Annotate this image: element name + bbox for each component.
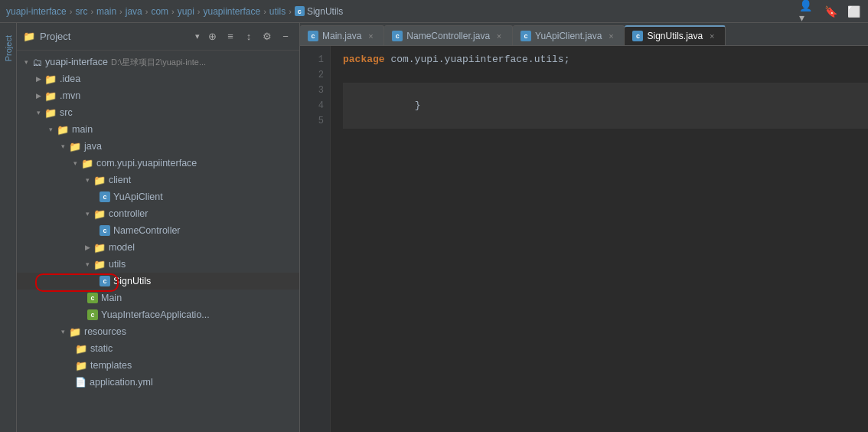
close-sidebar-icon[interactable]: − [278,29,293,44]
breadcrumb-utils[interactable]: utils [269,6,286,17]
arrow-icon: ▾ [20,56,32,68]
tree-item-src[interactable]: ▾ 📁 src [17,104,299,121]
class-icon: c [100,225,110,236]
tree-label-resources: resources [84,326,126,337]
tree-item-mvn[interactable]: ▶ 📁 .mvn [17,87,299,104]
tree-label-src: src [60,107,73,118]
arrow-icon [69,342,75,355]
tree-item-application[interactable]: c YuapInterfaceApplicatio... [17,306,299,323]
project-vertical-tab[interactable]: Project [1,29,16,67]
breadcrumb-project[interactable]: yuapi-interface [6,6,67,17]
tree-item-utils[interactable]: ▾ 📁 utils [17,256,299,273]
tree-item-model[interactable]: ▶ 📁 model [17,239,299,256]
tree-item-main-class[interactable]: c Main [17,290,299,306]
class-icon: c [520,31,531,41]
tab-yuapiclient-java[interactable]: c YuApiClient.java × [513,25,625,45]
spring-class-icon: c [87,309,98,320]
arrow-icon [81,292,87,304]
folder-icon: 📁 [93,175,106,186]
left-tab: Project [0,23,17,432]
breadcrumb-main[interactable]: main [96,6,116,17]
tab-signutils-java[interactable]: c SignUtils.java × [625,25,726,45]
arrow-icon [69,359,75,371]
arrow-icon: ▾ [69,157,81,169]
tree-item-namecontroller[interactable]: c NameController [17,222,299,239]
tree-item-resources[interactable]: ▾ 📁 resources [17,323,299,340]
tree-item-static[interactable]: 📁 static [17,340,299,357]
sidebar-header: 📁 Project ▾ ⊕ ≡ ↕ ⚙ − [17,23,299,51]
line-numbers: 1 2 3 4 5 [300,46,331,432]
tab-label-signutils: SignUtils.java [647,31,703,41]
arrow-icon [93,191,100,203]
tree-item-java[interactable]: ▾ 📁 java [17,138,299,155]
arrow-icon: ▾ [81,208,93,220]
account-icon[interactable]: 👤▾ [799,3,816,20]
tab-close-yuapiclient[interactable]: × [605,31,616,41]
tab-label-main: Main.java [322,31,361,41]
main-layout: Project 📁 Project ▾ ⊕ ≡ ↕ ⚙ − ▾ 🗂 yuapi-… [0,23,868,432]
settings-icon[interactable]: ⚙ [259,29,275,44]
tree-item-idea[interactable]: ▶ 📁 .idea [17,70,299,87]
line-num-1: 1 [300,52,324,67]
tree-label-project: yuapi-interface [45,57,108,67]
tab-label-namecontroller: NameController.java [406,31,490,41]
tree-label-controller: controller [109,208,148,219]
tree-label-package: com.yupi.yuapiinterface [96,158,197,169]
brace-close: } [415,100,421,111]
add-icon[interactable]: ⊕ [204,29,220,44]
title-bar: yuapi-interface › src › main › java › co… [0,0,868,23]
editor-area: c Main.java × c NameController.java × c … [300,23,868,432]
line-num-5: 5 [300,113,324,129]
expand-icon[interactable]: ↕ [241,29,256,44]
arrow-icon: ▾ [44,123,57,136]
code-content[interactable]: package com.yupi.yuapiinterface.utils; p… [331,46,868,432]
code-line-4: } [343,98,868,113]
tab-main-java[interactable]: c Main.java × [300,25,384,45]
tree-item-package[interactable]: ▾ 📁 com.yupi.yuapiinterface [17,155,299,172]
tree-item-templates[interactable]: 📁 templates [17,357,299,374]
class-icon: c [100,276,110,286]
tree-label-main: main [72,124,93,135]
folder-icon: 📁 [69,141,81,152]
sidebar-dropdown-arrow[interactable]: ▾ [195,31,200,41]
folder-icon: 📁 [93,259,106,270]
arrow-svg [331,146,346,237]
arrow-icon: ▶ [32,90,44,102]
breadcrumb-yupi[interactable]: yupi [178,6,194,17]
tree-path-hint: D:\星球项目2\yuapi-inte... [111,57,206,68]
folder-icon: 📁 [57,124,69,136]
tab-close-main[interactable]: × [365,31,376,41]
breadcrumb-java[interactable]: java [126,6,142,17]
tree-item-application-yml[interactable]: 📄 application.yml [17,374,299,391]
tree-label-utils: utils [109,259,126,270]
folder-icon: 📁 [44,107,57,119]
tree-item-yuapi-interface[interactable]: ▾ 🗂 yuapi-interface D:\星球项目2\yuapi-inte.… [17,54,299,70]
keyword-package: package [343,52,385,67]
breadcrumb-yuapiinterface[interactable]: yuapiinterface [203,6,260,17]
tab-close-signutils[interactable]: × [706,31,717,41]
tab-namecontroller-java[interactable]: c NameController.java × [384,25,513,45]
tree-item-client[interactable]: ▾ 📁 client [17,172,299,188]
tree-item-yuapiclient[interactable]: c YuApiClient [17,188,299,205]
project-tree: ▾ 🗂 yuapi-interface D:\星球项目2\yuapi-inte.… [17,51,299,432]
tabs-bar: c Main.java × c NameController.java × c … [300,23,868,46]
arrow-icon: ▾ [57,326,69,338]
tree-item-signutils[interactable]: → c SignUtils [17,273,299,290]
maximize-icon[interactable]: ⬜ [845,3,862,20]
code-area: 1 2 3 4 5 package com.yupi.yuapiinterfac… [300,46,868,432]
breadcrumb-com[interactable]: com [151,6,168,17]
breadcrumb: yuapi-interface › src › main › java › co… [6,6,343,17]
tree-label-yuapiclient: YuApiClient [113,191,163,202]
class-icon: c [392,31,403,41]
tree-label-mvn: .mvn [60,90,80,101]
tree-label-signutils: SignUtils [113,276,151,286]
tab-close-namecontroller[interactable]: × [494,31,504,41]
folder-icon: 📁 [75,360,87,371]
bookmark-icon[interactable]: 🔖 [822,3,839,20]
breadcrumb-src[interactable]: src [75,6,87,17]
collapse-all-icon[interactable]: ≡ [223,29,238,44]
tree-item-main[interactable]: ▾ 📁 main [17,121,299,138]
folder-icon: 📁 [81,158,93,169]
tree-item-controller[interactable]: ▾ 📁 controller [17,205,299,222]
tree-label-main-class: Main [101,293,122,303]
